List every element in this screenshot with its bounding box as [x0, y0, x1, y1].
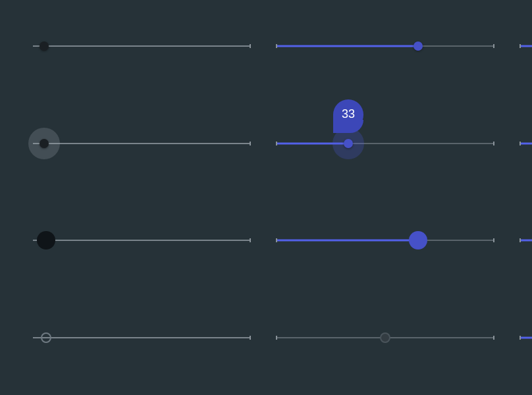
slider-thumb[interactable]	[413, 41, 423, 51]
track-tick-end	[493, 238, 494, 242]
track-tick-end	[250, 238, 251, 242]
slider-track-fill	[520, 45, 532, 47]
track-tick-end	[493, 44, 494, 48]
slider-accent-large[interactable]	[277, 234, 494, 247]
slider-track	[33, 337, 250, 338]
track-tick-end	[250, 336, 251, 340]
slider-thumb[interactable]	[37, 231, 55, 250]
track-tick-start	[519, 142, 521, 145]
slider-neutral-pressed[interactable]	[33, 137, 250, 150]
slider-track-fill	[520, 142, 532, 144]
track-tick-end	[250, 44, 251, 48]
track-tick-end	[493, 336, 494, 340]
slider-track	[33, 240, 250, 241]
slider-disabled-outline	[277, 331, 494, 344]
track-tick-start	[276, 238, 277, 242]
slider-track	[33, 143, 250, 144]
slider-neutral-default[interactable]	[33, 40, 250, 53]
track-tick-start	[519, 44, 521, 48]
track-tick-start	[276, 44, 277, 48]
track-tick-start	[276, 336, 277, 340]
track-tick-start	[276, 142, 277, 145]
slider-neutral-outline[interactable]	[33, 331, 250, 344]
slider-accent-tooltip[interactable]: 33	[277, 137, 494, 150]
slider-thumb[interactable]	[40, 41, 49, 51]
slider-neutral-large[interactable]	[33, 234, 250, 247]
slider-track-fill	[520, 240, 532, 242]
slider-track-fill	[277, 45, 418, 47]
track-tick-start	[519, 238, 521, 242]
track-tick-end	[493, 142, 494, 145]
slider-thumb[interactable]	[409, 231, 427, 250]
slider-track-fill	[520, 336, 532, 338]
slider-accent-partial[interactable]	[520, 234, 532, 247]
slider-accent-default[interactable]	[277, 40, 494, 53]
slider-track-fill	[277, 240, 418, 242]
slider-accent-partial[interactable]	[520, 137, 532, 150]
slider-thumb[interactable]	[41, 332, 51, 343]
track-tick-start	[519, 336, 521, 340]
slider-accent-partial[interactable]	[520, 40, 532, 53]
slider-track	[33, 45, 250, 47]
slider-value-tooltip: 33	[333, 99, 363, 130]
slider-thumb	[380, 332, 390, 343]
slider-thumb[interactable]	[344, 139, 353, 148]
track-tick-end	[250, 142, 251, 145]
slider-accent-partial[interactable]	[520, 331, 532, 344]
slider-thumb[interactable]	[40, 139, 49, 148]
